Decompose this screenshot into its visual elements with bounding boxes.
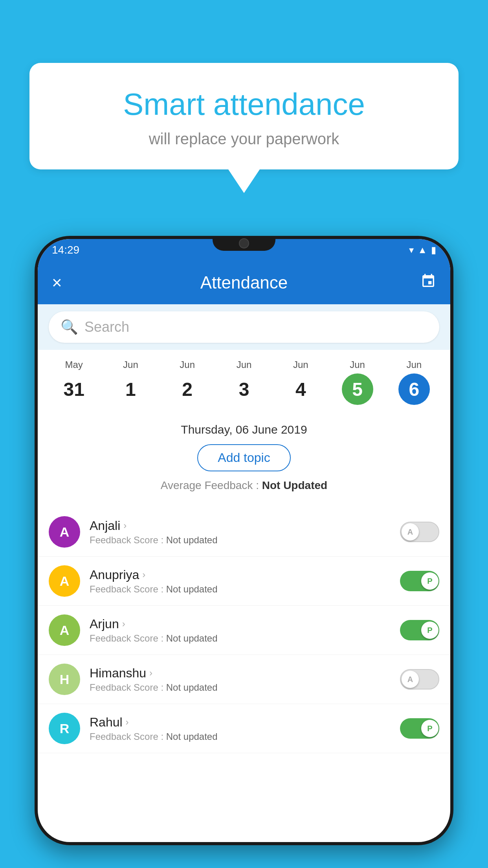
attendance-toggle[interactable]: A bbox=[400, 669, 439, 690]
app-bar-title: Attendance bbox=[200, 273, 288, 292]
cal-date: 31 bbox=[58, 373, 90, 405]
cal-date: 5 bbox=[342, 373, 373, 405]
student-feedback-value: Not updated bbox=[166, 731, 218, 742]
student-name[interactable]: Himanshu › bbox=[90, 666, 391, 680]
chevron-right-icon: › bbox=[142, 569, 145, 580]
student-feedback-value: Not updated bbox=[166, 535, 218, 545]
toggle-track: P bbox=[400, 620, 439, 640]
student-feedback-value: Not updated bbox=[166, 633, 218, 644]
student-avatar: R bbox=[49, 713, 80, 744]
attendance-toggle[interactable]: P bbox=[400, 571, 439, 591]
add-topic-button[interactable]: Add topic bbox=[197, 444, 290, 471]
student-info: Anjali › Feedback Score : Not updated bbox=[90, 519, 391, 546]
student-feedback: Feedback Score : Not updated bbox=[90, 731, 391, 742]
status-icons: ▾ ▲ ▮ bbox=[409, 245, 436, 256]
toggle-thumb: A bbox=[402, 671, 419, 688]
calendar-day-3[interactable]: Jun 3 bbox=[216, 359, 272, 405]
calendar-day-0[interactable]: May 31 bbox=[46, 359, 102, 405]
student-avatar: A bbox=[49, 565, 80, 597]
student-list: A Anjali › Feedback Score : Not updated … bbox=[38, 508, 450, 753]
student-feedback-value: Not updated bbox=[166, 682, 218, 693]
selected-date: Thursday, 06 June 2019 bbox=[49, 423, 439, 436]
student-feedback: Feedback Score : Not updated bbox=[90, 535, 391, 546]
search-container: 🔍 Search bbox=[38, 304, 450, 350]
wifi-icon: ▾ bbox=[409, 245, 414, 256]
battery-icon: ▮ bbox=[431, 245, 436, 256]
search-bar[interactable]: 🔍 Search bbox=[49, 311, 439, 343]
toggle-thumb: P bbox=[421, 572, 438, 590]
calendar-day-1[interactable]: Jun 1 bbox=[102, 359, 159, 405]
student-name[interactable]: Arjun › bbox=[90, 617, 391, 631]
cal-date: 2 bbox=[172, 373, 203, 405]
cal-date: 4 bbox=[285, 373, 316, 405]
phone-screen: 14:29 ▾ ▲ ▮ × Attendance bbox=[38, 239, 450, 842]
calendar-strip: May 31 Jun 1 Jun 2 Jun 3 Jun 4 Jun 5 Jun… bbox=[38, 350, 450, 409]
status-time: 14:29 bbox=[52, 244, 79, 256]
cal-month: Jun bbox=[123, 359, 138, 370]
speech-bubble: Smart attendance will replace your paper… bbox=[29, 63, 459, 169]
search-icon: 🔍 bbox=[61, 319, 78, 335]
chevron-right-icon: › bbox=[123, 520, 127, 531]
student-name[interactable]: Rahul › bbox=[90, 715, 391, 730]
student-avatar: A bbox=[49, 614, 80, 646]
cal-month: Jun bbox=[293, 359, 308, 370]
student-info: Rahul › Feedback Score : Not updated bbox=[90, 715, 391, 742]
student-feedback: Feedback Score : Not updated bbox=[90, 584, 391, 595]
student-name[interactable]: Anjali › bbox=[90, 519, 391, 533]
calendar-day-6[interactable]: Jun 6 bbox=[386, 359, 442, 405]
front-camera bbox=[239, 238, 249, 248]
student-item: A Anjali › Feedback Score : Not updated … bbox=[38, 508, 450, 557]
chevron-right-icon: › bbox=[126, 717, 129, 728]
average-feedback: Average Feedback : Not Updated bbox=[49, 479, 439, 492]
calendar-icon[interactable] bbox=[420, 273, 436, 292]
cal-month: May bbox=[65, 359, 83, 370]
phone: 14:29 ▾ ▲ ▮ × Attendance bbox=[35, 236, 453, 845]
cal-date: 3 bbox=[228, 373, 260, 405]
attendance-toggle[interactable]: P bbox=[400, 718, 439, 739]
student-info: Himanshu › Feedback Score : Not updated bbox=[90, 666, 391, 693]
cal-month: Jun bbox=[350, 359, 365, 370]
student-feedback-value: Not updated bbox=[166, 584, 218, 594]
attendance-toggle[interactable]: P bbox=[400, 620, 439, 640]
student-item: H Himanshu › Feedback Score : Not update… bbox=[38, 655, 450, 704]
calendar-day-5[interactable]: Jun 5 bbox=[329, 359, 385, 405]
cal-month: Jun bbox=[180, 359, 195, 370]
student-item: A Arjun › Feedback Score : Not updated P bbox=[38, 606, 450, 655]
speech-bubble-pointer bbox=[228, 169, 260, 193]
cal-month: Jun bbox=[406, 359, 422, 370]
student-item: A Anupriya › Feedback Score : Not update… bbox=[38, 557, 450, 606]
student-feedback: Feedback Score : Not updated bbox=[90, 682, 391, 693]
toggle-thumb: P bbox=[421, 720, 438, 737]
phone-notch bbox=[213, 236, 275, 251]
cal-month: Jun bbox=[237, 359, 252, 370]
attendance-toggle[interactable]: A bbox=[400, 522, 439, 542]
signal-icon: ▲ bbox=[418, 245, 427, 256]
close-button[interactable]: × bbox=[52, 274, 62, 291]
student-avatar: A bbox=[49, 516, 80, 548]
student-avatar: H bbox=[49, 664, 80, 695]
chevron-right-icon: › bbox=[149, 668, 152, 679]
student-info: Anupriya › Feedback Score : Not updated bbox=[90, 568, 391, 595]
toggle-track: A bbox=[400, 522, 439, 542]
toggle-track: P bbox=[400, 571, 439, 591]
speech-bubble-subtitle: will replace your paperwork bbox=[53, 130, 435, 148]
speech-bubble-title: Smart attendance bbox=[53, 86, 435, 122]
speech-bubble-container: Smart attendance will replace your paper… bbox=[29, 63, 459, 193]
content-area: Thursday, 06 June 2019 Add topic Average… bbox=[38, 409, 450, 508]
calendar-day-2[interactable]: Jun 2 bbox=[159, 359, 216, 405]
toggle-track: A bbox=[400, 669, 439, 690]
avg-feedback-value: Not Updated bbox=[262, 479, 327, 491]
toggle-thumb: A bbox=[402, 523, 419, 541]
student-name[interactable]: Anupriya › bbox=[90, 568, 391, 582]
phone-wrapper: 14:29 ▾ ▲ ▮ × Attendance bbox=[35, 236, 453, 868]
student-item: R Rahul › Feedback Score : Not updated P bbox=[38, 704, 450, 753]
toggle-thumb: P bbox=[421, 622, 438, 639]
chevron-right-icon: › bbox=[122, 618, 125, 629]
cal-date: 1 bbox=[115, 373, 146, 405]
search-input[interactable]: Search bbox=[84, 319, 427, 335]
student-info: Arjun › Feedback Score : Not updated bbox=[90, 617, 391, 644]
calendar-day-4[interactable]: Jun 4 bbox=[272, 359, 329, 405]
toggle-track: P bbox=[400, 718, 439, 739]
app-bar: × Attendance bbox=[38, 261, 450, 304]
student-feedback: Feedback Score : Not updated bbox=[90, 633, 391, 644]
